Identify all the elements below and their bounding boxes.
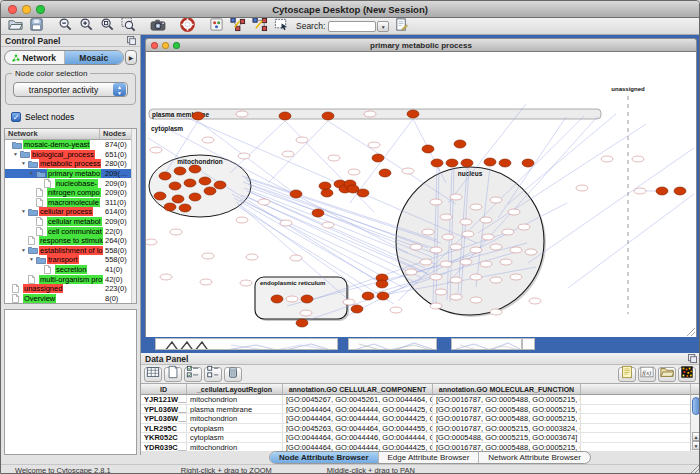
disclosure-triangle-icon[interactable]: ▼	[29, 255, 36, 264]
open-button[interactable]	[5, 18, 26, 34]
zoom-region-button[interactable]	[118, 18, 139, 34]
more-tabs-button[interactable]: ▶	[125, 50, 137, 65]
selected-network-node[interactable]	[154, 192, 166, 200]
selected-network-node[interactable]	[279, 112, 291, 120]
zoom-window-button[interactable]	[36, 5, 45, 14]
tree-row-6[interactable]: macromolecule311(0)	[5, 198, 136, 208]
selected-network-node[interactable]	[522, 159, 534, 167]
network-node[interactable]	[322, 222, 334, 228]
tree-row-0[interactable]: mosaic-demo-yeast874(0)	[5, 140, 136, 150]
network-node[interactable]	[442, 234, 454, 240]
heatmap-button[interactable]	[678, 367, 696, 382]
selected-network-node[interactable]	[454, 140, 466, 148]
search-dropdown-arrow[interactable]: ▼	[377, 21, 389, 32]
tab-network-attribute-browser[interactable]: Network Attribute Browser	[479, 452, 589, 463]
network-node[interactable]	[470, 274, 482, 280]
table-row[interactable]: YJR121W__1mitochondrion[GO:0045267, GO:0…	[141, 395, 700, 405]
tree-row-14[interactable]: multi-organism pro42(0)	[5, 274, 136, 284]
network-node[interactable]	[460, 259, 472, 265]
float-panel-icon[interactable]	[127, 36, 136, 45]
selected-network-node[interactable]	[301, 295, 313, 303]
tree-row-9[interactable]: cell communicat22(0)	[5, 226, 136, 236]
network-node[interactable]	[632, 156, 644, 162]
tree-row-5[interactable]: nitrogen compo209(0)	[5, 188, 136, 198]
disclosure-triangle-icon[interactable]: ▼	[21, 159, 28, 168]
select-region-button[interactable]	[271, 18, 292, 34]
selected-network-node[interactable]	[656, 187, 668, 195]
table-row[interactable]: YPL036W__1mitochondrion[GO:0044464, GO:0…	[141, 414, 700, 424]
create-attribute-button[interactable]	[204, 367, 222, 382]
network-node[interactable]	[236, 111, 248, 117]
tree-column-network[interactable]: Network	[5, 129, 100, 139]
selected-network-node[interactable]	[204, 187, 216, 195]
selected-network-node[interactable]	[172, 195, 184, 203]
selected-network-node[interactable]	[321, 189, 333, 197]
tab-mosaic[interactable]: Mosaic	[65, 51, 124, 64]
selected-network-node[interactable]	[214, 181, 226, 189]
background-window-fragment[interactable]	[348, 338, 437, 350]
network-node[interactable]	[440, 214, 452, 220]
network-node[interactable]	[405, 269, 417, 275]
open-folder-button[interactable]	[658, 367, 676, 382]
network-node[interactable]	[450, 194, 462, 200]
network-node[interactable]	[460, 219, 472, 225]
network-node[interactable]	[490, 277, 502, 283]
network-node[interactable]	[450, 294, 462, 300]
column-header-3[interactable]: annotation.GO MOLECULAR_FUNCTION	[433, 384, 581, 394]
network-node[interactable]	[450, 244, 462, 250]
network-node[interactable]	[290, 255, 302, 261]
network-node[interactable]	[490, 244, 502, 250]
network-node[interactable]	[500, 259, 512, 265]
background-window-fragment[interactable]	[522, 338, 535, 350]
network-node[interactable]	[470, 247, 482, 253]
network-node[interactable]	[420, 259, 432, 265]
network-node[interactable]	[328, 155, 340, 161]
zoom-out-button[interactable]	[55, 18, 76, 34]
tree-row-4[interactable]: nucleobase-209(0)	[5, 178, 136, 188]
table-row[interactable]: YLR295Ccytoplasm[GO:0045263, GO:0044464,…	[141, 424, 700, 434]
scroll-up-button[interactable]: ▲	[692, 432, 700, 441]
network-node[interactable]	[422, 229, 434, 235]
search-options-button[interactable]	[394, 17, 409, 36]
network-node[interactable]	[280, 220, 292, 226]
network-node[interactable]	[430, 274, 442, 280]
network-node[interactable]	[202, 253, 214, 259]
selected-network-node[interactable]	[189, 193, 201, 201]
selected-network-node[interactable]	[319, 182, 331, 190]
background-window-fragment[interactable]	[155, 338, 338, 350]
search-input[interactable]	[328, 21, 376, 32]
network-node[interactable]	[300, 310, 312, 316]
network-node[interactable]	[146, 239, 157, 245]
table-row[interactable]: YDR039C__1mitochondrion[GO:0044464, GO:0…	[141, 443, 700, 452]
network-node[interactable]	[510, 247, 522, 253]
network-canvas[interactable]: plasma membranecytoplasmmitochondrionnuc…	[145, 52, 697, 337]
tree-row-15[interactable]: unassigned223(0)	[5, 284, 136, 294]
selected-network-node[interactable]	[351, 305, 363, 313]
minimize-window-button[interactable]	[22, 5, 31, 14]
selected-network-node[interactable]	[484, 158, 496, 166]
selected-network-node[interactable]	[192, 112, 204, 120]
network-node[interactable]	[430, 303, 442, 309]
selected-network-node[interactable]	[169, 182, 181, 190]
network-node[interactable]	[601, 156, 613, 162]
tree-row-3[interactable]: ▼primary metabo209(…	[5, 169, 136, 179]
scroll-down-button[interactable]: ▼	[692, 441, 700, 450]
network-node[interactable]	[282, 151, 294, 157]
network-node[interactable]	[480, 217, 492, 223]
tab-edge-attribute-browser[interactable]: Edge Attribute Browser	[379, 452, 480, 463]
selected-network-node[interactable]	[431, 159, 443, 167]
close-window-button[interactable]	[8, 5, 17, 14]
selected-network-node[interactable]	[499, 159, 511, 167]
layout-a-button[interactable]	[227, 18, 249, 34]
save-button[interactable]	[26, 18, 47, 34]
network-node[interactable]	[518, 224, 530, 230]
selected-network-node[interactable]	[377, 292, 389, 300]
network-node[interactable]	[236, 217, 248, 223]
tree-scrollbar[interactable]	[131, 129, 136, 303]
tree-row-11[interactable]: ▼establishment of lo558(0)	[5, 246, 136, 256]
tree-row-12[interactable]: ▼transport558(0)	[5, 255, 136, 265]
zoom-in-button[interactable]	[76, 18, 97, 34]
network-node[interactable]	[430, 199, 442, 205]
network-node[interactable]	[390, 307, 402, 313]
window-titlebar[interactable]: Cytoscape Desktop (New Session)	[1, 1, 699, 18]
